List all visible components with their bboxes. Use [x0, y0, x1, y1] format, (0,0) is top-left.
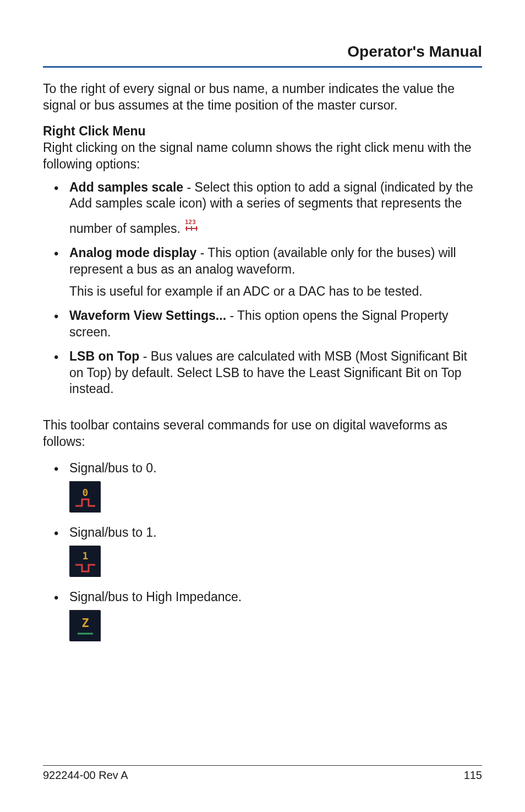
toolbar-lead: This toolbar contains several commands f… — [43, 417, 482, 450]
toolbar-item-label: Signal/bus to High Impedance. — [69, 590, 242, 604]
intro-paragraph: To the right of every signal or bus name… — [43, 81, 482, 114]
footer-rule — [43, 765, 482, 766]
right-click-lead: Right clicking on the signal name column… — [43, 140, 482, 173]
signal-to-high-impedance-icon: Z — [69, 610, 100, 641]
option-name: Add samples scale — [69, 180, 183, 194]
page-title: Operator's Manual — [43, 43, 482, 61]
page: Operator's Manual To the right of every … — [0, 0, 525, 812]
right-click-menu-list: Add samples scale - Select this option t… — [43, 179, 482, 398]
signal-to-one-icon: 1 — [69, 546, 100, 576]
svg-text:123: 123 — [185, 219, 196, 226]
signal-to-zero-icon: 0 — [69, 481, 100, 512]
list-item: Analog mode display - This option (avail… — [69, 245, 482, 300]
list-item: LSB on Top - Bus values are calculated w… — [69, 348, 482, 398]
add-samples-scale-icon: 123 — [184, 217, 199, 237]
footer-doc-id: 922244-00 Rev A — [43, 769, 128, 782]
option-subtext: This is useful for example if an ADC or … — [69, 284, 482, 300]
list-item: Waveform View Settings... - This option … — [69, 308, 482, 341]
toolbar-item-label: Signal/bus to 0. — [69, 461, 157, 475]
page-footer: 922244-00 Rev A 115 — [43, 765, 482, 782]
svg-text:1: 1 — [83, 550, 89, 562]
header-rule — [43, 66, 482, 68]
toolbar-list: Signal/bus to 0. 0 Signal/bus to 1. 1 — [43, 460, 482, 645]
option-name: Analog mode display — [69, 246, 196, 260]
svg-text:0: 0 — [83, 487, 89, 498]
list-item: Signal/bus to 0. 0 — [69, 460, 482, 517]
toolbar-item-label: Signal/bus to 1. — [69, 525, 157, 539]
option-name: LSB on Top — [69, 349, 139, 363]
list-item: Signal/bus to High Impedance. Z — [69, 589, 482, 646]
footer-page-number: 115 — [464, 769, 482, 782]
section-heading-right-click: Right Click Menu — [43, 124, 482, 139]
svg-text:Z: Z — [81, 616, 89, 630]
list-item: Signal/bus to 1. 1 — [69, 525, 482, 581]
option-name: Waveform View Settings... — [69, 308, 226, 323]
list-item: Add samples scale - Select this option t… — [69, 179, 482, 238]
